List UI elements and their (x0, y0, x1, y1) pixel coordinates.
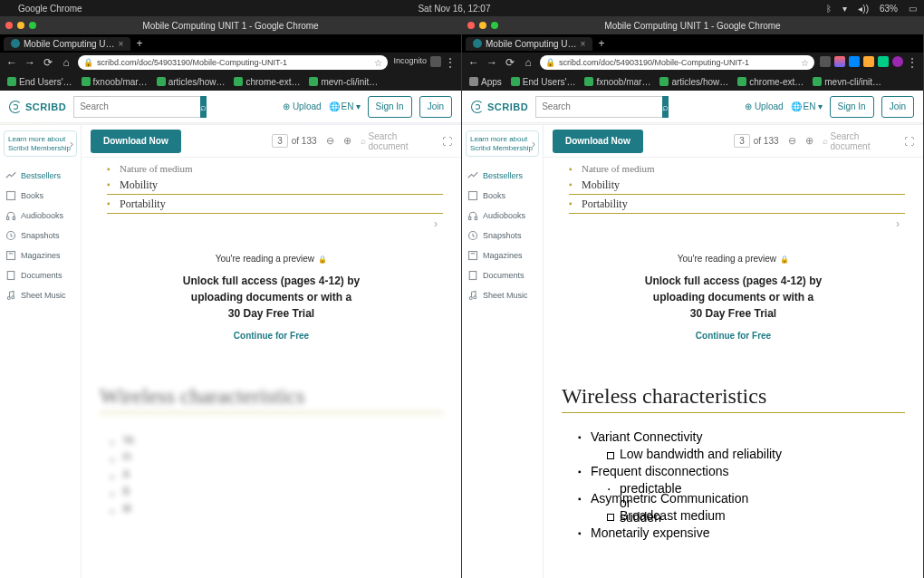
bookmark-item[interactable]: mevn-cli/init… (309, 77, 378, 87)
new-tab-button[interactable]: + (592, 37, 610, 50)
volume-icon[interactable]: ◂)) (858, 4, 869, 14)
bookmark-item[interactable]: End Users'… (7, 77, 72, 87)
profile-avatar-icon[interactable] (892, 56, 903, 67)
maximize-icon[interactable] (491, 22, 498, 29)
bookmark-star-icon[interactable]: ☆ (374, 58, 382, 68)
continue-free-link[interactable]: Continue for Free (562, 331, 905, 341)
menu-icon[interactable]: ⋮ (907, 56, 918, 69)
forward-button[interactable]: → (486, 56, 498, 69)
bookmark-item[interactable]: fxnoob/mar… (82, 77, 148, 87)
minimize-icon[interactable] (479, 22, 486, 29)
sidebar-item-books[interactable]: Books (0, 186, 81, 206)
zoom-out-icon[interactable]: ⊖ (326, 135, 334, 147)
zoom-out-icon[interactable]: ⊖ (788, 135, 796, 147)
join-button[interactable]: Join (419, 96, 452, 118)
scribd-logo[interactable]: SCRIBD (471, 101, 528, 113)
traffic-lights[interactable] (5, 22, 36, 29)
sidebar-item-audiobooks[interactable]: Audiobooks (0, 206, 81, 226)
maximize-icon[interactable] (29, 22, 36, 29)
tab-bar[interactable]: Mobile Computing U… × + (462, 34, 923, 53)
upload-link[interactable]: ⊕ Upload (745, 101, 784, 111)
tab-close-icon[interactable]: × (581, 39, 586, 49)
sidebar-item-books[interactable]: Books (462, 186, 543, 206)
doc-search[interactable]: ⌕ Search document (361, 131, 433, 151)
reload-button[interactable]: ⟳ (42, 56, 54, 69)
tab-close-icon[interactable]: × (119, 39, 124, 49)
signin-button[interactable]: Sign In (830, 96, 874, 118)
search-input[interactable] (73, 96, 200, 118)
zoom-in-icon[interactable]: ⊕ (343, 135, 351, 147)
url-field[interactable]: 🔒 scribd.com/doc/54903190/Mobile-Computi… (540, 55, 814, 70)
forward-button[interactable]: → (24, 56, 36, 69)
continue-free-link[interactable]: Continue for Free (100, 331, 443, 341)
membership-card[interactable]: Learn more aboutScribd Membership (466, 130, 539, 157)
search-input[interactable] (535, 96, 662, 118)
tab-bar[interactable]: Mobile Computing U… × + (0, 34, 461, 53)
minimize-icon[interactable] (17, 22, 24, 29)
more-indicator[interactable]: › (562, 217, 905, 230)
join-button[interactable]: Join (881, 96, 914, 118)
sidebar-item-bestsellers[interactable]: Bestsellers (462, 166, 543, 186)
bookmark-item[interactable]: fxnoob/mar… (584, 77, 650, 87)
sidebar-item-bestsellers[interactable]: Bestsellers (0, 166, 81, 186)
extension-icon[interactable] (878, 56, 889, 67)
window-titlebar[interactable]: Mobile Computing UNIT 1 - Google Chrome (462, 16, 923, 34)
extension-icon[interactable] (820, 56, 831, 67)
back-button[interactable]: ← (467, 56, 480, 69)
current-page-input[interactable]: 3 (734, 134, 750, 148)
bookmark-item[interactable]: End Users'… (511, 77, 576, 87)
upload-link[interactable]: ⊕ Upload (283, 101, 322, 111)
extension-icon[interactable] (863, 56, 874, 67)
sidebar-item-magazines[interactable]: Magazines (462, 246, 543, 265)
bookmark-item[interactable]: articles/how… (659, 77, 728, 87)
sidebar-item-snapshots[interactable]: Snapshots (462, 226, 543, 246)
fullscreen-icon[interactable]: ⛶ (904, 136, 914, 147)
sidebar-item-sheetmusic[interactable]: Sheet Music (0, 285, 81, 305)
more-indicator[interactable]: › (100, 217, 443, 230)
reload-button[interactable]: ⟳ (504, 56, 516, 69)
home-button[interactable]: ⌂ (60, 56, 72, 69)
menu-icon[interactable]: ⋮ (445, 56, 456, 69)
download-button[interactable]: Download Now (553, 130, 643, 153)
url-field[interactable]: 🔒 scribd.com/doc/54903190/Mobile-Computi… (78, 55, 388, 70)
menubar-app[interactable]: Google Chrome (18, 4, 82, 14)
wifi-icon[interactable]: ▾ (842, 4, 847, 14)
bookmarks-bar[interactable]: Apps End Users'… fxnoob/mar… articles/ho… (462, 72, 923, 91)
language-selector[interactable]: 🌐 EN ▾ (791, 101, 823, 111)
close-icon[interactable] (5, 22, 13, 29)
bookmarks-bar[interactable]: End Users'… fxnoob/mar… articles/how… ch… (0, 72, 461, 91)
extension-icon[interactable] (834, 56, 845, 67)
doc-search[interactable]: ⌕ Search document (823, 131, 895, 151)
zoom-in-icon[interactable]: ⊕ (805, 135, 813, 147)
sidebar-item-documents[interactable]: Documents (0, 265, 81, 285)
traffic-lights[interactable] (467, 22, 498, 29)
bookmark-item[interactable]: chrome-ext… (234, 77, 300, 87)
sidebar-item-snapshots[interactable]: Snapshots (0, 226, 81, 246)
browser-tab[interactable]: Mobile Computing U… × (466, 37, 592, 51)
browser-tab[interactable]: Mobile Computing U… × (4, 37, 130, 51)
signin-button[interactable]: Sign In (368, 96, 412, 118)
download-button[interactable]: Download Now (91, 130, 181, 153)
close-icon[interactable] (467, 22, 475, 29)
sidebar-item-sheetmusic[interactable]: Sheet Music (462, 285, 543, 305)
window-titlebar[interactable]: Mobile Computing UNIT 1 - Google Chrome (0, 16, 461, 34)
apps-button[interactable]: Apps (469, 77, 502, 87)
bookmark-star-icon[interactable]: ☆ (801, 58, 809, 68)
bluetooth-icon[interactable]: ᛒ (826, 4, 832, 14)
fullscreen-icon[interactable]: ⛶ (442, 136, 452, 147)
home-button[interactable]: ⌂ (522, 56, 534, 69)
back-button[interactable]: ← (5, 56, 18, 69)
extension-icon[interactable] (849, 56, 860, 67)
search-button[interactable]: ⌕ (662, 96, 669, 118)
bookmark-item[interactable]: chrome-ext… (737, 77, 804, 87)
membership-card[interactable]: Learn more aboutScribd Membership (4, 130, 77, 157)
search-button[interactable]: ⌕ (200, 96, 207, 118)
extension-icon[interactable] (430, 56, 441, 67)
bookmark-item[interactable]: mevn-cli/init… (813, 77, 881, 87)
bookmark-item[interactable]: articles/how… (157, 77, 226, 87)
new-tab-button[interactable]: + (130, 37, 148, 50)
scribd-logo[interactable]: SCRIBD (9, 101, 66, 113)
sidebar-item-documents[interactable]: Documents (462, 265, 543, 285)
battery-icon[interactable]: ▭ (909, 4, 917, 14)
language-selector[interactable]: 🌐 EN ▾ (329, 101, 361, 111)
